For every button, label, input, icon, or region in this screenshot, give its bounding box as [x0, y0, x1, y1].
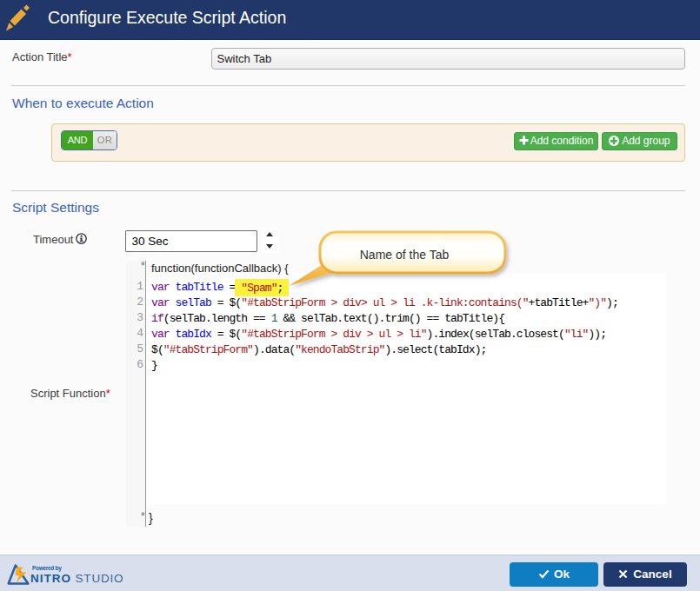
- svg-text:Name of the Tab: Name of the Tab: [360, 248, 450, 262]
